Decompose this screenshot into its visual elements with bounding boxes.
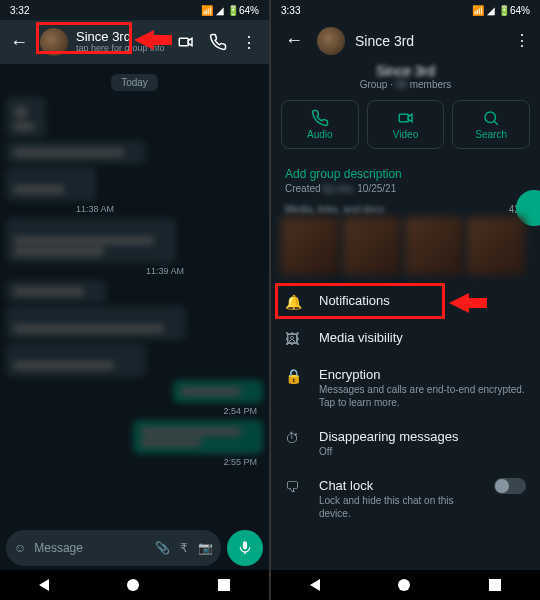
group-avatar[interactable] (40, 28, 68, 56)
mic-button[interactable] (227, 530, 263, 566)
timestamp: 2:55 PM (6, 457, 257, 467)
timer-icon: ⏱ (285, 430, 303, 446)
media-visibility-item[interactable]: 🖼 Media visibility (271, 320, 540, 357)
action-row: Audio Video Search (271, 96, 540, 159)
status-time: 3:33 (281, 5, 300, 16)
menu-icon[interactable]: ⋮ (514, 31, 530, 50)
attach-icon[interactable]: 📎 (155, 541, 170, 555)
status-icons: 📶 ◢ 🔋64% (472, 5, 530, 16)
nav-home-icon[interactable] (127, 579, 139, 591)
emoji-icon[interactable]: ☺ (14, 541, 26, 555)
timestamp: 11:39 AM (146, 266, 257, 276)
day-label: Today (111, 74, 158, 91)
chat-lock-item[interactable]: 🗨 Chat lock Lock and hide this chat on t… (271, 468, 540, 530)
info-header: ← Since 3rd ⋮ (271, 20, 540, 61)
svg-rect-1 (399, 114, 408, 122)
svg-point-2 (485, 112, 496, 123)
nav-back-icon[interactable] (39, 579, 49, 591)
message-input[interactable]: ☺ Message 📎 ₹ 📷 (6, 530, 221, 566)
menu-icon[interactable]: ⋮ (241, 33, 257, 52)
currency-icon[interactable]: ₹ (180, 541, 188, 555)
encryption-item[interactable]: 🔒 Encryption Messages and calls are end-… (271, 357, 540, 419)
chat-body[interactable]: Today 11:38 AM 11:39 AM 2:54 PM 2:55 PM (0, 64, 269, 526)
disappearing-item[interactable]: ⏱ Disappearing messages Off (271, 419, 540, 468)
info-header-title: Since 3rd (355, 33, 414, 49)
media-thumb[interactable] (343, 217, 401, 275)
media-thumb[interactable] (467, 217, 525, 275)
media-thumb[interactable] (281, 217, 339, 275)
status-time: 3:32 (10, 5, 29, 16)
group-members-line: Group · 00 members (271, 79, 540, 90)
video-call-icon[interactable] (177, 33, 195, 51)
nav-recents-icon[interactable] (218, 579, 230, 591)
add-description-link[interactable]: Add group description (285, 167, 526, 181)
chat-header[interactable]: ← Since 3rd tap here for group info ⋮ (0, 20, 269, 64)
search-button[interactable]: Search (452, 100, 530, 149)
audio-call-button[interactable]: Audio (281, 100, 359, 149)
group-info-screen: 3:33 📶 ◢ 🔋64% ← Since 3rd ⋮ Since 3rd Gr… (271, 0, 540, 600)
group-name: Since 3rd (271, 63, 540, 79)
chat-lock-toggle[interactable] (494, 478, 526, 494)
bell-icon: 🔔 (285, 294, 303, 310)
image-icon: 🖼 (285, 331, 303, 347)
info-scroll[interactable]: Since 3rd Group · 00 members Audio Video… (271, 61, 540, 570)
chat-screen: 3:32 📶 ◢ 🔋64% ← Since 3rd tap here for g… (0, 0, 269, 600)
status-bar: 3:33 📶 ◢ 🔋64% (271, 0, 540, 20)
back-icon[interactable]: ← (6, 28, 32, 57)
group-avatar[interactable] (317, 27, 345, 55)
input-bar: ☺ Message 📎 ₹ 📷 (0, 526, 269, 570)
nav-back-icon[interactable] (310, 579, 320, 591)
camera-icon[interactable]: 📷 (198, 541, 213, 555)
timestamp: 2:54 PM (6, 406, 257, 416)
nav-home-icon[interactable] (398, 579, 410, 591)
input-placeholder: Message (34, 541, 83, 555)
media-thumb[interactable] (405, 217, 463, 275)
lock-icon: 🔒 (285, 368, 303, 384)
annotation-arrow (134, 30, 154, 50)
description-section[interactable]: Add group description Created by xxx, 10… (271, 159, 540, 202)
android-nav (0, 570, 269, 600)
created-line: Created by xxx, 10/25/21 (285, 183, 526, 194)
chat-subtitle: tap here for group info (76, 44, 169, 54)
timestamp: 11:38 AM (76, 204, 257, 214)
svg-rect-0 (179, 38, 188, 46)
nav-recents-icon[interactable] (489, 579, 501, 591)
chat-lock-icon: 🗨 (285, 479, 303, 495)
status-icons: 📶 ◢ 🔋64% (201, 5, 259, 16)
notifications-item[interactable]: 🔔 Notifications (271, 283, 540, 320)
video-call-button[interactable]: Video (367, 100, 445, 149)
back-icon[interactable]: ← (281, 26, 307, 55)
media-strip[interactable] (271, 217, 540, 283)
status-bar: 3:32 📶 ◢ 🔋64% (0, 0, 269, 20)
media-header[interactable]: Media, links, and docs 42 › (271, 202, 540, 217)
android-nav (271, 570, 540, 600)
voice-call-icon[interactable] (209, 33, 227, 51)
annotation-arrow (449, 293, 469, 313)
